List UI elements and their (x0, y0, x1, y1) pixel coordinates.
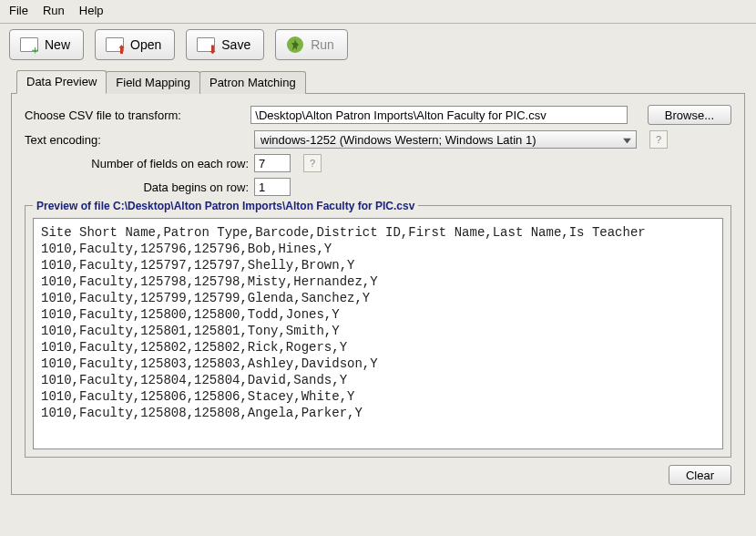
menu-file[interactable]: File (9, 4, 28, 17)
tab-patron-matching[interactable]: Patron Matching (199, 71, 306, 94)
open-button[interactable]: ⬆ Open (95, 29, 175, 60)
new-button-label: New (45, 37, 70, 52)
tab-field-mapping-label: Field Mapping (116, 76, 190, 89)
fields-per-row-input[interactable] (254, 154, 291, 172)
save-icon: ⬇ (196, 36, 216, 54)
clear-button[interactable]: Clear (669, 465, 731, 485)
encoding-select[interactable]: windows-1252 (Windows Western; Windows L… (254, 130, 637, 149)
encoding-label: Text encoding: (25, 133, 254, 147)
preview-legend: Preview of file C:\Desktop\Alton Patron … (33, 200, 418, 212)
tab-patron-matching-label: Patron Matching (209, 76, 296, 89)
data-begins-row-label: Data begins on row: (25, 180, 254, 194)
menubar: File Run Help (0, 0, 756, 23)
open-icon: ⬆ (105, 36, 125, 54)
data-begins-row-input[interactable] (254, 178, 291, 196)
encoding-help-icon[interactable]: ? (649, 130, 668, 149)
open-button-label: Open (130, 37, 161, 52)
save-button[interactable]: ⬇ Save (186, 29, 264, 60)
save-button-label: Save (221, 37, 250, 52)
preview-fieldset: Preview of file C:\Desktop\Alton Patron … (25, 205, 731, 458)
fields-per-row-label: Number of fields on each row: (25, 157, 254, 170)
run-button[interactable]: Run (275, 29, 348, 60)
tab-data-preview[interactable]: Data Preview (16, 70, 107, 94)
menu-run[interactable]: Run (43, 4, 65, 17)
toolbar: ＋ New ⬆ Open ⬇ Save Run (0, 24, 756, 69)
fields-per-row-help-icon[interactable]: ? (303, 154, 322, 172)
new-button[interactable]: ＋ New (9, 29, 84, 60)
tab-data-preview-label: Data Preview (26, 75, 97, 88)
new-icon: ＋ (19, 36, 39, 54)
content-area: Data Preview Field Mapping Patron Matchi… (0, 69, 756, 504)
run-button-label: Run (311, 37, 334, 52)
menu-help[interactable]: Help (79, 4, 104, 17)
encoding-select-value: windows-1252 (Windows Western; Windows L… (261, 133, 536, 147)
preview-text-area[interactable]: Site Short Name,Patron Type,Barcode,Dist… (33, 218, 723, 449)
tabstrip: Data Preview Field Mapping Patron Matchi… (16, 69, 745, 93)
csv-file-input[interactable] (250, 106, 628, 124)
run-icon (285, 36, 305, 54)
tab-field-mapping[interactable]: Field Mapping (106, 71, 200, 94)
browse-button[interactable]: Browse... (648, 105, 731, 125)
csv-file-label: Choose CSV file to transform: (25, 108, 250, 122)
data-preview-panel: Choose CSV file to transform: Browse... … (11, 93, 745, 495)
